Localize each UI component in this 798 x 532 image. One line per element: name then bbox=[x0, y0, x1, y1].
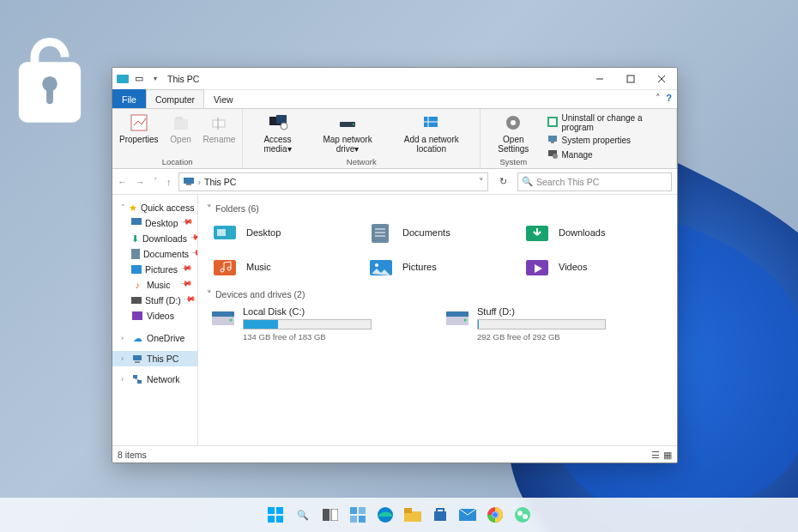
svg-rect-58 bbox=[323, 509, 329, 521]
open-button[interactable]: Open bbox=[164, 111, 198, 144]
svg-point-75 bbox=[493, 512, 498, 517]
content-pane[interactable]: ˅ Folders (6) DesktopDocumentsDownloadsM… bbox=[198, 195, 677, 445]
explorer-icon[interactable] bbox=[402, 505, 423, 525]
tree-network[interactable]: › Network bbox=[112, 372, 197, 387]
tab-computer[interactable]: Computer bbox=[146, 89, 204, 108]
tree-stuff-drive[interactable]: Stuff (D:) 📌 bbox=[112, 293, 197, 308]
search-icon: 🔍 bbox=[522, 176, 533, 187]
widgets-icon[interactable] bbox=[348, 505, 368, 525]
uninstall-link[interactable]: Uninstall or change a program bbox=[547, 113, 671, 132]
svg-rect-27 bbox=[131, 218, 142, 225]
chevron-down-icon[interactable]: ˅ bbox=[121, 203, 125, 212]
edge-icon[interactable] bbox=[375, 505, 396, 525]
svg-rect-28 bbox=[131, 249, 140, 259]
folder-videos[interactable]: Videos bbox=[519, 251, 668, 282]
search-input[interactable]: 🔍 Search This PC bbox=[517, 172, 672, 191]
svg-rect-62 bbox=[350, 516, 357, 523]
taskview-icon[interactable] bbox=[320, 505, 341, 525]
svg-line-36 bbox=[135, 378, 139, 380]
chevron-down-icon[interactable]: ˅ bbox=[207, 203, 212, 214]
folder-music[interactable]: Music bbox=[207, 251, 356, 282]
tab-file[interactable]: File bbox=[112, 89, 146, 108]
address-bar[interactable]: › This PC ˅ bbox=[178, 172, 489, 191]
open-icon bbox=[171, 112, 191, 133]
map-drive-icon bbox=[337, 112, 358, 133]
folder-documents[interactable]: Documents bbox=[363, 217, 512, 248]
properties-button[interactable]: Properties bbox=[118, 111, 160, 144]
chevron-right-icon[interactable]: › bbox=[121, 375, 128, 384]
folders-header[interactable]: ˅ Folders (6) bbox=[207, 203, 668, 214]
svg-rect-29 bbox=[131, 265, 142, 274]
status-bar: 8 items ☰ ▦ bbox=[112, 445, 677, 462]
svg-rect-59 bbox=[331, 509, 338, 521]
maximize-button[interactable] bbox=[615, 68, 646, 90]
svg-rect-39 bbox=[372, 224, 389, 243]
tree-documents[interactable]: Documents 📌 bbox=[112, 246, 197, 262]
tree-desktop[interactable]: Desktop 📌 bbox=[112, 215, 197, 231]
tiles-view-button[interactable]: ▦ bbox=[663, 450, 672, 460]
tree-downloads[interactable]: ⬇ Downloads 📌 bbox=[112, 231, 197, 246]
drive-label: Local Disk (C:) bbox=[243, 306, 431, 317]
gear-icon bbox=[503, 112, 523, 133]
back-button[interactable]: ← bbox=[118, 177, 127, 187]
downloads-icon: ⬇ bbox=[131, 233, 139, 245]
open-settings-button[interactable]: Open Settings bbox=[486, 111, 541, 154]
refresh-button[interactable]: ↻ bbox=[495, 176, 511, 187]
manage-link[interactable]: Manage bbox=[547, 148, 671, 161]
tree-music[interactable]: ♪ Music 📌 bbox=[112, 277, 197, 293]
taskbar[interactable]: 🔍 bbox=[0, 498, 798, 532]
close-button[interactable] bbox=[646, 68, 677, 90]
rename-button[interactable]: Rename bbox=[202, 111, 238, 144]
minimize-button[interactable] bbox=[584, 68, 615, 90]
pictures-icon bbox=[131, 263, 142, 275]
system-properties-label: System properties bbox=[562, 136, 632, 145]
drives-header[interactable]: ˅ Devices and drives (2) bbox=[207, 289, 668, 299]
store-icon[interactable] bbox=[430, 505, 450, 525]
breadcrumb-root[interactable]: This PC bbox=[204, 177, 236, 187]
location-group-label: Location bbox=[118, 157, 237, 168]
system-properties-link[interactable]: System properties bbox=[547, 133, 671, 147]
access-media-button[interactable]: Access media▾ bbox=[248, 111, 306, 154]
skype-icon[interactable] bbox=[512, 505, 533, 525]
chevron-right-icon[interactable]: › bbox=[121, 354, 128, 363]
tree-label: Stuff (D:) bbox=[145, 295, 181, 305]
add-location-button[interactable]: Add a network location bbox=[388, 111, 475, 154]
mail-icon[interactable] bbox=[457, 505, 478, 525]
address-chevron-icon[interactable]: ˅ bbox=[479, 177, 484, 187]
folder-desktop[interactable]: Desktop bbox=[207, 217, 356, 248]
help-icon[interactable]: ? bbox=[666, 93, 672, 104]
up-button[interactable]: ↑ bbox=[166, 177, 172, 187]
titlebar[interactable]: ▭ ▾ This PC bbox=[112, 68, 677, 90]
tree-onedrive[interactable]: › ☁ OneDrive bbox=[112, 330, 197, 346]
qat-properties-icon[interactable]: ▭ bbox=[132, 72, 146, 86]
svg-rect-63 bbox=[359, 516, 366, 523]
tree-quick-access[interactable]: ˅ ★ Quick access bbox=[112, 200, 197, 215]
tree-pictures[interactable]: Pictures 📌 bbox=[112, 262, 197, 277]
add-location-icon bbox=[421, 112, 442, 133]
folder-label: Videos bbox=[559, 262, 587, 272]
tree-videos[interactable]: Videos bbox=[112, 308, 197, 323]
qat-dropdown-icon[interactable]: ▾ bbox=[148, 72, 162, 86]
chevron-down-icon[interactable]: ˅ bbox=[207, 289, 212, 299]
map-drive-button[interactable]: Map network drive▾ bbox=[311, 111, 385, 154]
forward-button[interactable]: → bbox=[136, 177, 145, 187]
tab-view[interactable]: View bbox=[204, 89, 243, 108]
folder-pictures[interactable]: Pictures bbox=[363, 251, 512, 282]
chrome-icon[interactable] bbox=[485, 505, 505, 525]
ribbon-collapse-icon[interactable]: ˄ bbox=[656, 93, 661, 104]
tree-this-pc[interactable]: › This PC bbox=[112, 351, 197, 366]
drive-item[interactable]: Local Disk (C:)134 GB free of 183 GB bbox=[207, 303, 434, 345]
drive-item[interactable]: Stuff (D:)292 GB free of 292 GB bbox=[441, 303, 668, 345]
access-media-icon bbox=[268, 112, 288, 133]
folder-downloads[interactable]: Downloads bbox=[519, 217, 668, 248]
network-icon bbox=[131, 373, 143, 385]
details-view-button[interactable]: ☰ bbox=[651, 450, 660, 460]
search-icon[interactable]: 🔍 bbox=[293, 505, 313, 525]
recent-button[interactable]: ˅ bbox=[154, 177, 158, 187]
svg-point-1 bbox=[42, 76, 57, 92]
address-pc-icon bbox=[183, 175, 195, 189]
nav-pane[interactable]: ˅ ★ Quick access Desktop 📌 ⬇ Downloads 📌… bbox=[112, 195, 198, 445]
svg-rect-33 bbox=[135, 361, 140, 363]
start-icon[interactable] bbox=[265, 505, 286, 525]
chevron-right-icon[interactable]: › bbox=[121, 334, 128, 342]
